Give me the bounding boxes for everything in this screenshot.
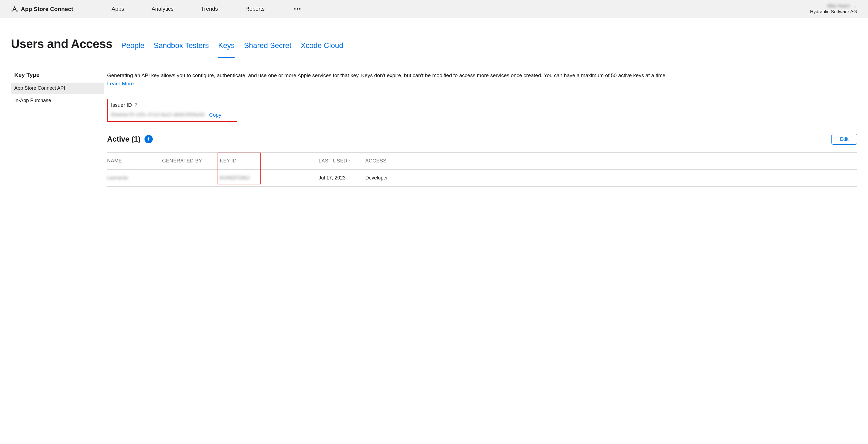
main: Generating an API key allows you to conf… xyxy=(104,72,857,186)
sidebar-title: Key Type xyxy=(11,72,104,78)
issuer-id-label: Issuer ID xyxy=(111,102,132,108)
nav-reports[interactable]: Reports xyxy=(245,6,265,12)
account-menu[interactable]: Mike Hearn ⌄ Hydraulic Software AG xyxy=(810,4,857,14)
cell-last-used: Jul 17, 2023 xyxy=(319,175,365,181)
col-last-used[interactable]: LAST USED˄ xyxy=(319,158,365,164)
active-keys-header: Active (1) + Edit xyxy=(107,134,857,145)
active-keys-title: Active (1) xyxy=(107,135,141,143)
tabs: People Sandbox Testers Keys Shared Secre… xyxy=(121,41,343,58)
sidebar-item-app-store-connect-api[interactable]: App Store Connect API xyxy=(11,82,104,94)
page-header: Users and Access People Sandbox Testers … xyxy=(0,18,868,58)
col-key-id-label: KEY ID xyxy=(220,158,237,164)
col-key-id[interactable]: KEY ID xyxy=(220,158,319,164)
help-icon[interactable]: ? xyxy=(134,103,137,108)
sort-asc-icon: ˄ xyxy=(348,160,350,163)
nav-analytics[interactable]: Analytics xyxy=(152,6,174,12)
tab-xcode-cloud[interactable]: Xcode Cloud xyxy=(301,41,343,58)
issuer-id-box: Issuer ID ? 69a6de78-10f1-47e3-8a1f-d8df… xyxy=(107,99,237,122)
plus-icon: + xyxy=(147,136,150,143)
more-icon[interactable] xyxy=(292,8,303,10)
brand-text: App Store Connect xyxy=(21,6,73,12)
nav-trends[interactable]: Trends xyxy=(201,6,218,12)
nav-links: Apps Analytics Trends Reports xyxy=(112,6,303,12)
cell-generated-by xyxy=(162,175,220,181)
sidebar: Key Type App Store Connect API In-App Pu… xyxy=(11,72,104,186)
account-company: Hydraulic Software AG xyxy=(810,9,857,14)
sidebar-item-in-app-purchase[interactable]: In-App Purchase xyxy=(11,95,104,106)
issuer-id-value: 69a6de78-10f1-47e3-8a1f-d8dfc0f08a94 xyxy=(111,112,205,118)
content: Key Type App Store Connect API In-App Pu… xyxy=(0,58,868,186)
cell-name: Leonardo xyxy=(107,175,162,181)
copy-issuer-id-button[interactable]: Copy xyxy=(209,112,221,118)
table-header: NAME GENERATED BY KEY ID LAST USED˄ ACCE… xyxy=(107,152,857,169)
edit-button[interactable]: Edit xyxy=(832,134,857,145)
top-nav: App Store Connect Apps Analytics Trends … xyxy=(0,0,868,18)
tab-keys[interactable]: Keys xyxy=(218,41,235,58)
table-row[interactable]: Leonardo 8UN82FD86J Jul 17, 2023 Develop… xyxy=(107,169,857,186)
nav-apps[interactable]: Apps xyxy=(112,6,124,12)
page-title: Users and Access xyxy=(11,37,112,56)
brand[interactable]: App Store Connect xyxy=(11,5,73,12)
tab-people[interactable]: People xyxy=(121,41,144,58)
col-generated-by[interactable]: GENERATED BY xyxy=(162,158,220,164)
col-last-used-label: LAST USED xyxy=(319,158,347,164)
chevron-down-icon: ⌄ xyxy=(854,4,857,8)
col-access[interactable]: ACCESS xyxy=(365,158,857,164)
tab-shared-secret[interactable]: Shared Secret xyxy=(244,41,291,58)
cell-key-id: 8UN82FD86J xyxy=(220,175,319,181)
app-store-connect-icon xyxy=(11,5,18,12)
keys-table: NAME GENERATED BY KEY ID LAST USED˄ ACCE… xyxy=(107,152,857,186)
add-key-button[interactable]: + xyxy=(145,135,153,143)
description-text: Generating an API key allows you to conf… xyxy=(107,72,857,79)
learn-more-link[interactable]: Learn More xyxy=(107,81,134,87)
account-name: Mike Hearn xyxy=(827,4,850,8)
cell-access: Developer xyxy=(365,175,857,181)
tab-sandbox-testers[interactable]: Sandbox Testers xyxy=(154,41,209,58)
col-name[interactable]: NAME xyxy=(107,158,162,164)
